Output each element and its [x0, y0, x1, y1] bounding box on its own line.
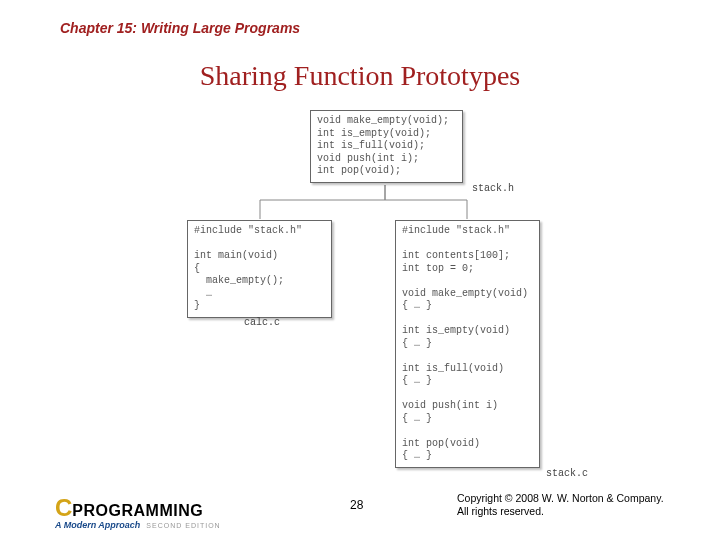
code-box-calc-c: #include "stack.h" int main(void) { make… [187, 220, 332, 318]
book-logo: C PROGRAMMING A Modern ApproachSECOND ED… [55, 494, 221, 530]
logo-subtitle: A Modern ApproachSECOND EDITION [55, 520, 221, 530]
logo-letter-c: C [55, 494, 71, 522]
slide-title: Sharing Function Prototypes [0, 60, 720, 92]
file-label-stack-h: stack.h [472, 183, 514, 194]
chapter-heading: Chapter 15: Writing Large Programs [60, 20, 300, 36]
code-box-stack-c: #include "stack.h" int contents[100]; in… [395, 220, 540, 468]
file-label-calc-c: calc.c [244, 317, 280, 328]
code-box-stack-h: void make_empty(void); int is_empty(void… [310, 110, 463, 183]
copyright-text: Copyright © 2008 W. W. Norton & Company.… [457, 492, 664, 518]
file-label-stack-c: stack.c [546, 468, 588, 479]
footer: C PROGRAMMING A Modern ApproachSECOND ED… [0, 488, 720, 530]
page-number: 28 [350, 498, 363, 512]
diagram-area: void make_empty(void); int is_empty(void… [0, 105, 720, 485]
logo-word-programming: PROGRAMMING [72, 502, 203, 520]
